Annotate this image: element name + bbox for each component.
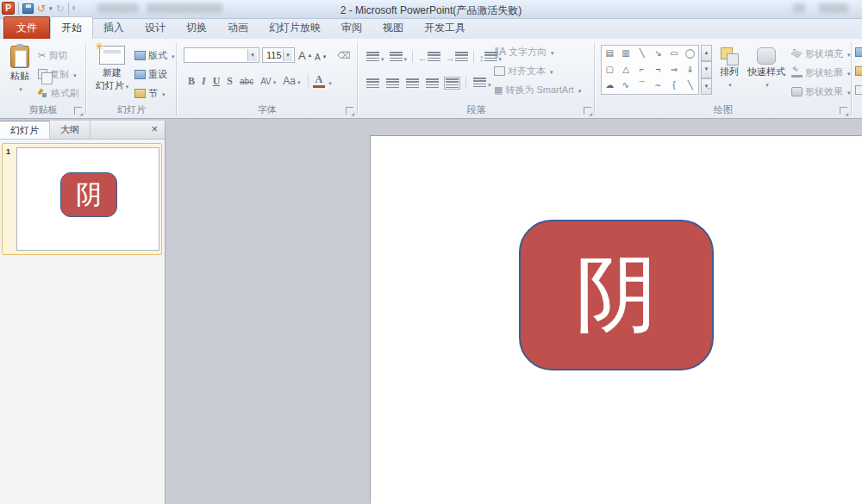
- align-text-dropdown-icon[interactable]: [548, 65, 553, 76]
- font-color-dropdown-icon[interactable]: [327, 73, 332, 89]
- distribute-button[interactable]: [446, 78, 459, 88]
- shape-down-arrow-icon[interactable]: ⇓: [682, 62, 698, 78]
- slide-thumbnail[interactable]: 阴: [16, 147, 159, 251]
- shape-vertical-textbox-icon[interactable]: ▥: [618, 46, 634, 62]
- tab-developer[interactable]: 开发工具: [414, 17, 476, 39]
- tab-animations[interactable]: 动画: [217, 17, 259, 39]
- gallery-scroll-up-icon[interactable]: ▲: [701, 45, 712, 61]
- tab-outline[interactable]: 大纲: [50, 121, 91, 139]
- shape-rounded-rectangle-icon[interactable]: ▢: [602, 62, 618, 78]
- font-name-combobox[interactable]: ▾: [184, 47, 259, 63]
- layout-button[interactable]: 版式: [134, 47, 175, 63]
- section-dropdown-icon[interactable]: [160, 88, 166, 98]
- increase-indent-button[interactable]: →: [446, 52, 468, 63]
- close-panel-icon[interactable]: ×: [144, 121, 165, 139]
- bullets-dropdown-icon[interactable]: [379, 53, 384, 63]
- shape-elbow-connector-icon[interactable]: ⌐: [634, 62, 650, 78]
- tab-review[interactable]: 审阅: [331, 17, 372, 39]
- slide-thumbnail-selected[interactable]: 1 阴: [2, 143, 162, 255]
- smartart-dropdown-icon[interactable]: [577, 84, 582, 95]
- quick-styles-button[interactable]: 快速样式: [745, 47, 788, 89]
- quick-styles-dropdown-icon[interactable]: [764, 78, 769, 89]
- font-color-button[interactable]: A: [313, 74, 326, 88]
- format-painter-button[interactable]: 格式刷: [38, 85, 79, 101]
- shape-cloud-icon[interactable]: ☁: [602, 78, 618, 94]
- shape-fill-dropdown-icon[interactable]: [846, 48, 851, 59]
- cut-button[interactable]: ✂ 剪切: [38, 47, 67, 63]
- text-direction-dropdown-icon[interactable]: [549, 47, 554, 57]
- bold-button[interactable]: B: [185, 74, 197, 89]
- text-direction-button[interactable]: ∥A 文字方向: [494, 44, 554, 59]
- font-size-combobox[interactable]: 115 ▾: [262, 47, 295, 63]
- rounded-rectangle-shape[interactable]: 阴: [519, 220, 714, 370]
- arrange-button[interactable]: 排列: [715, 47, 743, 89]
- shape-outline-dropdown-icon[interactable]: [846, 67, 851, 78]
- shape-fill-button[interactable]: 形状填充: [791, 46, 851, 61]
- shape-effects-dropdown-icon[interactable]: [846, 86, 851, 96]
- character-spacing-dropdown-icon[interactable]: [272, 77, 277, 86]
- replace-icon[interactable]: [855, 66, 862, 76]
- copy-dropdown-icon[interactable]: [72, 69, 77, 79]
- italic-button[interactable]: I: [199, 74, 209, 89]
- numbering-dropdown-icon[interactable]: [403, 53, 408, 63]
- shape-oval-icon[interactable]: ◯: [682, 46, 698, 62]
- grow-font-button[interactable]: A▴: [298, 47, 311, 63]
- font-dialog-launcher-icon[interactable]: [346, 107, 353, 115]
- shape-elbow-arrow-icon[interactable]: ¬: [650, 62, 666, 78]
- tab-file[interactable]: 文件: [3, 16, 50, 39]
- shape-line-icon[interactable]: ╲: [634, 46, 650, 62]
- shrink-font-button[interactable]: A▾: [315, 49, 326, 65]
- shape-arc-icon[interactable]: ⌒: [634, 78, 650, 94]
- shape-effects-button[interactable]: 形状效果: [791, 84, 851, 99]
- clear-formatting-button[interactable]: ⌫: [337, 47, 351, 63]
- gallery-scroll-down-icon[interactable]: ▼: [701, 61, 712, 78]
- shape-arrow-icon[interactable]: ↘: [650, 46, 666, 62]
- change-case-dropdown-icon[interactable]: [296, 75, 301, 87]
- paste-dropdown-icon[interactable]: [17, 83, 22, 93]
- shape-triangle-icon[interactable]: △: [618, 62, 634, 78]
- shape-gallery[interactable]: ▤ ▥ ╲ ↘ ▭ ◯ ▢ △ ⌐ ¬ ⇒ ⇓ ☁ ∿ ⌒ ∼ { ╲: [601, 45, 699, 95]
- select-icon[interactable]: [855, 85, 862, 95]
- columns-button[interactable]: [473, 78, 491, 89]
- tab-view[interactable]: 视图: [372, 17, 414, 39]
- numbering-button[interactable]: [390, 52, 408, 63]
- find-icon[interactable]: [855, 47, 862, 57]
- align-right-button[interactable]: [406, 78, 419, 88]
- columns-dropdown-icon[interactable]: [486, 78, 491, 89]
- tab-slideshow[interactable]: 幻灯片放映: [259, 17, 331, 39]
- shape-line2-icon[interactable]: ╲: [682, 78, 698, 94]
- tab-home[interactable]: 开始: [50, 16, 93, 39]
- font-name-dropdown-icon[interactable]: ▾: [247, 49, 257, 61]
- strikethrough-button[interactable]: abc: [237, 76, 256, 87]
- reset-button[interactable]: 重设: [134, 66, 167, 82]
- shape-rectangle-icon[interactable]: ▭: [666, 46, 683, 62]
- shape-right-arrow-icon[interactable]: ⇒: [666, 62, 683, 78]
- convert-smartart-button[interactable]: ▦ 转换为 SmartArt: [494, 82, 581, 97]
- shape-freeform-icon[interactable]: ∿: [618, 78, 634, 94]
- tab-slides-thumbnails[interactable]: 幻灯片: [0, 121, 50, 139]
- underline-button[interactable]: U: [210, 74, 223, 89]
- slide-canvas[interactable]: 阴: [371, 136, 862, 504]
- change-case-button[interactable]: Aa: [280, 74, 303, 88]
- gallery-more-icon[interactable]: ▼̲: [701, 78, 712, 95]
- copy-button[interactable]: 复制: [38, 66, 77, 82]
- shape-textbox-icon[interactable]: ▤: [602, 46, 618, 62]
- tab-design[interactable]: 设计: [134, 17, 176, 39]
- tab-transitions[interactable]: 切换: [176, 17, 217, 39]
- shape-brace-icon[interactable]: {: [666, 78, 683, 94]
- drawing-dialog-launcher-icon[interactable]: [840, 107, 847, 115]
- shape-curve-icon[interactable]: ∼: [650, 78, 666, 94]
- align-center-button[interactable]: [386, 78, 399, 88]
- layout-dropdown-icon[interactable]: [170, 50, 175, 60]
- arrange-dropdown-icon[interactable]: [727, 78, 732, 89]
- shape-outline-button[interactable]: 形状轮廓: [791, 65, 851, 80]
- text-shadow-button[interactable]: S: [224, 74, 235, 89]
- paragraph-dialog-launcher-icon[interactable]: [584, 107, 591, 115]
- new-slide-button[interactable]: 新建 幻灯片: [93, 46, 131, 92]
- clipboard-dialog-launcher-icon[interactable]: [74, 107, 82, 115]
- decrease-indent-button[interactable]: ←: [418, 52, 440, 63]
- align-left-button[interactable]: [366, 78, 379, 88]
- tab-insert[interactable]: 插入: [93, 17, 134, 39]
- character-spacing-button[interactable]: AV: [258, 76, 278, 87]
- new-slide-dropdown-icon[interactable]: [124, 80, 129, 90]
